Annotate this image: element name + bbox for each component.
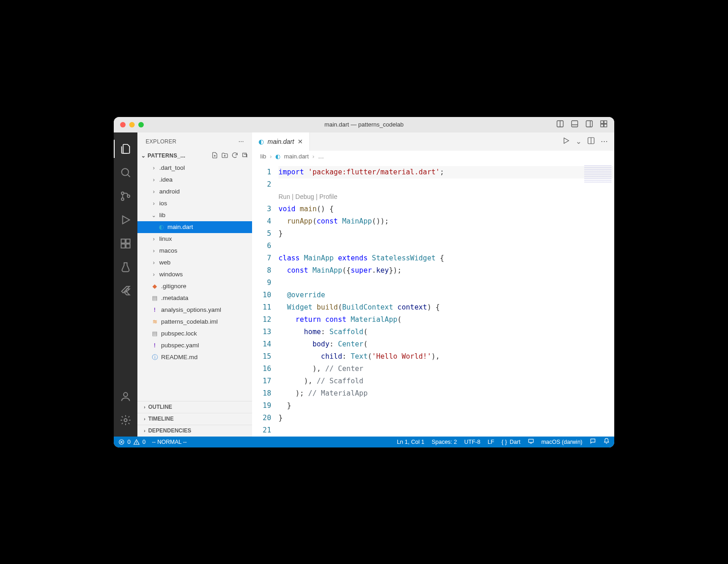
folder-item[interactable]: ›.idea	[137, 174, 252, 186]
folder-item[interactable]: ›macos	[137, 245, 252, 257]
settings-activity[interactable]	[114, 408, 137, 432]
tree-item-label: web	[159, 259, 171, 266]
svg-point-12	[121, 192, 124, 194]
timeline-section[interactable]: ›TIMELINE	[137, 413, 252, 425]
maximize-window-button[interactable]	[138, 122, 144, 127]
new-folder-icon[interactable]	[221, 152, 228, 160]
tree-item-label: analysis_options.yaml	[161, 306, 221, 313]
flutter-activity[interactable]	[114, 279, 137, 303]
file-item[interactable]: ▤pubspec.lock	[137, 328, 252, 340]
codelens[interactable]: Run | Debug | Profile	[278, 191, 614, 203]
file-icon: !	[151, 306, 158, 314]
more-actions-icon[interactable]: ⋯	[601, 137, 608, 146]
panel-layout-icon[interactable]	[556, 120, 564, 130]
dependencies-section[interactable]: ›DEPENDENCIES	[137, 425, 252, 437]
code-line[interactable]	[278, 424, 614, 437]
feedback-icon[interactable]	[590, 438, 596, 446]
close-window-button[interactable]	[120, 122, 126, 127]
svg-point-10	[121, 168, 128, 175]
code-line[interactable]: }	[278, 228, 614, 240]
svg-rect-8	[601, 124, 603, 127]
folder-item[interactable]: ›web	[137, 257, 252, 269]
code-editor[interactable]: 12 3456789101112131415161718192021 impor…	[252, 163, 614, 437]
file-item[interactable]: !analysis_options.yaml	[137, 304, 252, 316]
code-line[interactable]: body: Center(	[278, 338, 614, 351]
code-line[interactable]: const MainApp({super.key});	[278, 264, 614, 277]
code-line[interactable]: }	[278, 400, 614, 412]
tree-item-label: .gitignore	[161, 283, 187, 290]
code-line[interactable]: ), // Center	[278, 363, 614, 375]
split-editor-icon[interactable]	[587, 137, 595, 147]
chevron-icon: ›	[151, 200, 157, 207]
code-line[interactable]: @override	[278, 289, 614, 301]
file-item[interactable]: !pubspec.yaml	[137, 340, 252, 351]
device-icon[interactable]	[528, 438, 534, 446]
folder-item[interactable]: ›android	[137, 186, 252, 198]
testing-activity[interactable]	[114, 255, 137, 279]
new-file-icon[interactable]	[211, 152, 218, 160]
code-line[interactable]: ), // Scaffold	[278, 375, 614, 387]
explorer-activity[interactable]	[114, 137, 137, 161]
source-control-activity[interactable]	[114, 184, 137, 208]
device-status[interactable]: macOS (darwin)	[541, 439, 582, 445]
run-debug-activity[interactable]	[114, 208, 137, 232]
collapse-all-icon[interactable]	[241, 152, 248, 160]
window-controls	[120, 122, 144, 127]
folder-item[interactable]: ›.dart_tool	[137, 162, 252, 174]
breadcrumb-part[interactable]: …	[318, 153, 324, 160]
code-line[interactable]: child: Text('Hello World!'),	[278, 351, 614, 363]
accounts-activity[interactable]	[114, 385, 137, 408]
problems-status[interactable]: 0 0	[118, 439, 146, 445]
svg-rect-16	[121, 239, 125, 243]
chevron-icon: ›	[151, 271, 157, 278]
svg-rect-7	[604, 121, 607, 123]
minimap[interactable]	[584, 165, 612, 183]
language-status[interactable]: { } Dart	[501, 439, 520, 445]
folder-item[interactable]: ›ios	[137, 198, 252, 209]
minimize-window-button[interactable]	[129, 122, 135, 127]
encoding-status[interactable]: UTF-8	[464, 439, 480, 445]
folder-item[interactable]: ›linux	[137, 233, 252, 245]
file-item[interactable]: ◆.gitignore	[137, 280, 252, 292]
search-activity[interactable]	[114, 161, 137, 184]
refresh-icon[interactable]	[231, 152, 238, 160]
file-item[interactable]: ⓘREADME.md	[137, 351, 252, 363]
customize-layout-icon[interactable]	[600, 120, 608, 130]
file-item[interactable]: ◐main.dart	[137, 221, 252, 233]
folder-item[interactable]: ⌄lib	[137, 209, 252, 221]
notifications-icon[interactable]	[603, 438, 610, 446]
file-icon: ◆	[151, 283, 158, 290]
indentation-status[interactable]: Spaces: 2	[432, 439, 457, 445]
code-line[interactable]: void main() {	[278, 203, 614, 215]
panel-bottom-icon[interactable]	[571, 120, 579, 130]
cursor-position[interactable]: Ln 1, Col 1	[397, 439, 424, 445]
eol-status[interactable]: LF	[488, 439, 495, 445]
code-line[interactable]: home: Scaffold(	[278, 326, 614, 338]
breadcrumb[interactable]: lib › ◐ main.dart › …	[252, 151, 614, 163]
extensions-activity[interactable]	[114, 232, 137, 255]
breadcrumb-part[interactable]: main.dart	[284, 153, 308, 160]
code-line[interactable]	[278, 240, 614, 252]
file-item[interactable]: ▤.metadata	[137, 292, 252, 304]
code-line[interactable]: Widget build(BuildContext context) {	[278, 301, 614, 314]
code-line[interactable]: return const MaterialApp(	[278, 314, 614, 326]
folder-item[interactable]: ›windows	[137, 269, 252, 280]
tab-main-dart[interactable]: ◐ main.dart ✕	[252, 132, 310, 151]
breadcrumb-part[interactable]: lib	[260, 153, 266, 160]
code-line[interactable]: runApp(const MainApp());	[278, 215, 614, 228]
explorer-more-icon[interactable]: ⋯	[238, 138, 244, 145]
outline-section[interactable]: ›OUTLINE	[137, 401, 252, 413]
code-line[interactable]: class MainApp extends StatelessWidget {	[278, 252, 614, 264]
code-line[interactable]: import 'package:flutter/material.dart';	[278, 166, 614, 178]
close-tab-icon[interactable]: ✕	[298, 138, 303, 145]
run-icon[interactable]	[562, 137, 570, 147]
panel-right-icon[interactable]	[585, 120, 593, 130]
code-line[interactable]	[278, 178, 614, 191]
chevron-down-icon[interactable]: ⌄	[576, 137, 581, 146]
svg-rect-2	[571, 121, 578, 127]
code-line[interactable]: ); // MaterialApp	[278, 387, 614, 400]
project-folder-header[interactable]: ⌄ PATTERNS_...	[137, 151, 252, 161]
file-item[interactable]: ≋patterns_codelab.iml	[137, 316, 252, 328]
code-line[interactable]	[278, 277, 614, 289]
code-line[interactable]: }	[278, 412, 614, 424]
